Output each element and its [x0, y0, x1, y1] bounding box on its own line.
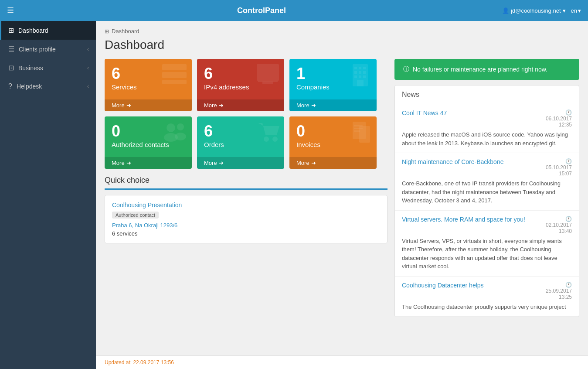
news-item-3-date: 🕐 02.10.2017 13:40 — [546, 216, 572, 234]
contacts-more[interactable]: More ➜ — [105, 157, 192, 169]
clock-icon-4: 🕐 — [565, 282, 572, 288]
svg-rect-27 — [354, 130, 360, 132]
news-item-2-time-val: 15:07 — [559, 171, 572, 177]
orders-more-arrow: ➜ — [219, 160, 224, 166]
clock-icon-2: 🕐 — [565, 158, 572, 164]
footer: Updated at: 22.09.2017 13:56 — [96, 355, 588, 369]
stat-card-ipv4[interactable]: 6 IPv4 addresses — [197, 59, 284, 111]
orders-more[interactable]: More ➜ — [197, 157, 284, 169]
helpdesk-icon: ? — [8, 82, 12, 90]
page-title: Dashboard — [105, 38, 579, 52]
svg-rect-10 — [354, 71, 357, 74]
sidebar-item-helpdesk[interactable]: ? Helpdesk ‹ — [0, 77, 96, 96]
svg-rect-14 — [359, 75, 361, 78]
contacts-more-arrow: ➜ — [126, 160, 131, 166]
sidebar-label-business: Business — [18, 65, 87, 72]
clients-profile-icon: ☰ — [8, 45, 14, 53]
news-item-2-date-val: 05.10.2017 — [546, 164, 572, 171]
svg-rect-9 — [363, 67, 366, 69]
svg-rect-25 — [354, 125, 363, 126]
stat-card-contacts[interactable]: 0 Authorized contacts — [105, 116, 192, 169]
svg-rect-7 — [354, 67, 357, 69]
user-icon: 👤 — [502, 7, 509, 14]
companies-more[interactable]: More ➜ — [289, 99, 377, 111]
svg-rect-26 — [354, 128, 363, 129]
ipv4-more-label: More — [204, 102, 217, 109]
companies-count: 1 — [296, 66, 330, 82]
stat-card-invoices-top: 0 Invoices — [296, 123, 370, 148]
invoices-icon — [350, 121, 372, 150]
stat-card-invoices[interactable]: 0 Invoices — [289, 116, 377, 169]
stat-card-ipv4-top: 6 IPv4 addresses — [204, 66, 277, 91]
news-item-4-header: Coolhousing Datacenter helps 🕐 25.09.201… — [402, 282, 572, 300]
news-header: News — [395, 85, 579, 104]
clients-profile-arrow-icon: ‹ — [87, 46, 89, 52]
lang-arrow-icon: ▾ — [578, 7, 581, 14]
quick-choice-card: Coolhousing Presentation Authorized cont… — [105, 195, 387, 243]
news-item-3-time-val: 13:40 — [559, 228, 572, 234]
services-more[interactable]: More ➜ — [105, 99, 192, 111]
menu-icon[interactable]: ☰ — [7, 6, 14, 15]
svg-point-17 — [167, 123, 175, 132]
main-content: ⊞ Dashboard Dashboard 6 — [96, 21, 588, 355]
sidebar-label-clients-profile: Clients profile — [19, 46, 87, 53]
sidebar: ⊞ Dashboard ☰ Clients profile ‹ ⊡ Busine… — [0, 21, 96, 369]
svg-point-22 — [272, 137, 278, 142]
breadcrumb-icon: ⊞ — [105, 28, 109, 34]
news-item-2-title[interactable]: Night maintenance of Core-Backbone — [402, 158, 540, 165]
sidebar-item-dashboard[interactable]: ⊞ Dashboard — [0, 21, 96, 40]
breadcrumb-label: Dashboard — [112, 28, 139, 34]
companies-label: Companies — [296, 83, 330, 91]
lang-label: en — [571, 7, 577, 14]
stat-card-services[interactable]: 6 Services — [105, 59, 192, 111]
news-item-4-date-val: 25.09.2017 — [546, 288, 572, 294]
sidebar-item-business[interactable]: ⊡ Business ‹ — [0, 58, 96, 77]
svg-rect-15 — [363, 75, 366, 78]
companies-more-label: More — [296, 102, 309, 109]
news-item-3: Virtual servers. More RAM and space for … — [395, 211, 579, 277]
news-item-4-title[interactable]: Coolhousing Datacenter helps — [402, 282, 540, 289]
news-item-2-body: Core-Backbone, one of two IP transit pro… — [402, 179, 572, 205]
lang-selector[interactable]: en ▾ — [571, 7, 581, 14]
news-item-1-date: 🕐 06.10.2017 12:35 — [546, 109, 572, 128]
business-arrow-icon: ‹ — [87, 65, 89, 71]
sidebar-label-helpdesk: Helpdesk — [17, 83, 87, 90]
user-arrow-icon: ▾ — [563, 7, 566, 14]
news-item-3-header: Virtual servers. More RAM and space for … — [402, 216, 572, 234]
svg-rect-3 — [257, 64, 279, 81]
news-item-1-title[interactable]: Cool IT News 47 — [402, 109, 540, 116]
contacts-more-label: More — [112, 160, 125, 166]
layout: ⊞ Dashboard ☰ Clients profile ‹ ⊡ Busine… — [0, 21, 588, 369]
news-item-1-date-val: 06.10.2017 — [546, 116, 572, 122]
services-count: 6 — [112, 66, 137, 82]
quick-choice-name[interactable]: Coolhousing Presentation — [112, 202, 380, 208]
svg-rect-8 — [359, 67, 361, 69]
news-item-3-title[interactable]: Virtual servers. More RAM and space for … — [402, 216, 540, 223]
stat-cards-grid: 6 Services — [105, 59, 387, 169]
contacts-count: 0 — [112, 123, 169, 139]
stat-card-orders-top: 6 Orders — [204, 123, 277, 148]
news-item-4-time-val: 13:25 — [559, 294, 572, 300]
svg-rect-0 — [162, 64, 187, 70]
user-menu[interactable]: 👤 jd@coolhousing.net ▾ — [502, 7, 565, 14]
quick-choice-title: Quick choice — [105, 176, 387, 185]
svg-rect-1 — [162, 72, 187, 78]
orders-count: 6 — [204, 123, 224, 139]
svg-rect-13 — [354, 75, 357, 78]
news-item-1-header: Cool IT News 47 🕐 06.10.2017 12:35 — [402, 109, 572, 128]
svg-point-19 — [177, 123, 184, 130]
main-wrapper: ⊞ Dashboard Dashboard 6 — [96, 21, 588, 369]
stat-card-orders[interactable]: 6 Orders — [197, 116, 284, 169]
stat-card-companies[interactable]: 1 Companies — [289, 59, 377, 111]
header: ☰ ControlPanel 👤 jd@coolhousing.net ▾ en… — [0, 0, 588, 21]
svg-rect-5 — [258, 81, 278, 82]
companies-more-arrow: ➜ — [311, 102, 316, 109]
invoices-more[interactable]: More ➜ — [289, 157, 377, 169]
orders-icon — [256, 121, 280, 150]
quick-choice-badge: Authorized contact — [112, 212, 159, 219]
content-left: 6 Services — [105, 59, 387, 317]
ipv4-more[interactable]: More ➜ — [197, 99, 284, 111]
status-banner-text: No failures or maintenance are planned r… — [413, 66, 547, 73]
ipv4-count: 6 — [204, 66, 249, 82]
sidebar-item-clients-profile[interactable]: ☰ Clients profile ‹ — [0, 40, 96, 58]
